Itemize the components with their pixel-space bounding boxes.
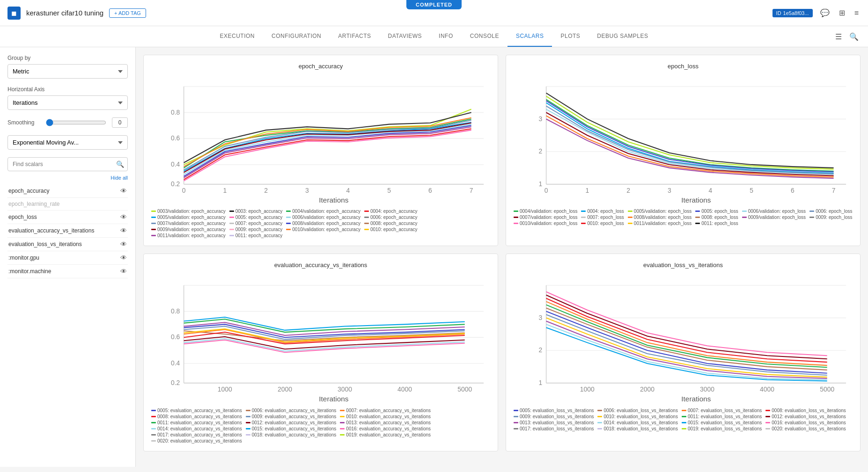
svg-text:0.6: 0.6 [171, 134, 180, 142]
eye-icon[interactable]: 👁 [120, 254, 127, 261]
tab-info[interactable]: INFO [430, 26, 462, 47]
group-by-label: Group by [7, 55, 128, 61]
tab-debug-samples[interactable]: DEBUG SAMPLES [588, 26, 656, 47]
top-bar-left: ◼ kerastuner cifar10 tuning + ADD TAG [7, 7, 146, 20]
tab-configuration[interactable]: CONFIGURATION [263, 26, 330, 47]
scalar-name: evaluation_loss_vs_iterations [8, 241, 82, 247]
chart-legend-eval-loss: 0005: evaluation_loss_vs_iterations 0006… [514, 408, 853, 431]
scalar-item-epoch-loss: epoch_loss 👁 [7, 211, 128, 224]
svg-text:3: 3 [539, 314, 543, 321]
svg-text:0.8: 0.8 [171, 109, 180, 116]
svg-text:Iterations: Iterations [681, 395, 711, 403]
tab-artifacts[interactable]: ARTIFACTS [330, 26, 379, 47]
smoothing-value: 0 [112, 117, 128, 128]
scalar-name: :monitor.gpu [8, 254, 39, 261]
sidebar: Group by Metric None Horizontal Axis Ite… [0, 47, 136, 467]
smoothing-method-field: Exponential Moving Av... Running Average [7, 135, 128, 150]
scalar-item-epoch-accuracy: epoch_accuracy 👁 [7, 184, 128, 198]
chart-svg-epoch-accuracy: 0.2 0.4 0.6 0.8 0 1 2 3 4 5 6 7 [151, 73, 490, 203]
scalar-name: epoch_learning_rate [8, 201, 59, 207]
eye-icon[interactable]: 👁 [120, 187, 127, 195]
search-icon: 🔍 [116, 160, 124, 168]
eye-icon[interactable]: 👁 [120, 213, 127, 221]
svg-text:2: 2 [539, 147, 543, 155]
svg-text:Iterations: Iterations [319, 395, 348, 403]
comment-button[interactable]: 💬 [818, 7, 831, 19]
add-tag-button[interactable]: + ADD TAG [109, 8, 146, 18]
chart-legend-eval-accuracy: 0005: evaluation_accuracy_vs_iterations … [151, 408, 490, 443]
svg-text:1000: 1000 [580, 385, 595, 393]
smoothing-row: Smoothing 0 [7, 117, 128, 128]
id-badge: ID 1e5a8f03... [772, 9, 813, 17]
hide-all-link[interactable]: Hide all [7, 175, 128, 181]
chart-eval-loss: evaluation_loss_vs_iterations 1 2 3 1000… [506, 254, 861, 451]
scalar-name: :monitor.machine [8, 268, 51, 275]
app-title: kerastuner cifar10 tuning [26, 9, 103, 17]
tab-console[interactable]: CONSOLE [462, 26, 508, 47]
svg-text:3: 3 [668, 187, 671, 194]
svg-text:2: 2 [626, 187, 630, 194]
svg-text:1: 1 [223, 187, 227, 194]
svg-text:3000: 3000 [338, 385, 352, 393]
svg-text:1: 1 [539, 379, 543, 386]
menu-button[interactable]: ≡ [853, 7, 861, 19]
svg-text:4000: 4000 [760, 385, 774, 393]
horizontal-axis-field: Horizontal Axis Iterations Time Epochs [7, 86, 128, 110]
chart-title-eval-accuracy: evaluation_accuracy_vs_iterations [151, 261, 490, 269]
svg-text:5: 5 [750, 187, 753, 194]
search-input[interactable] [7, 157, 128, 171]
group-by-field: Group by Metric None [7, 55, 128, 79]
svg-text:5000: 5000 [820, 385, 834, 393]
svg-text:0.8: 0.8 [171, 307, 180, 315]
svg-text:2: 2 [539, 347, 543, 354]
tab-execution[interactable]: EXECUTION [211, 26, 263, 47]
chart-svg-eval-loss: 1 2 3 1000 2000 3000 4000 5000 [514, 272, 853, 402]
chart-svg-epoch-loss: 1 2 3 0 1 2 3 4 5 6 7 [514, 73, 853, 203]
svg-text:0.2: 0.2 [171, 379, 180, 386]
svg-text:5000: 5000 [457, 385, 472, 393]
scalar-name: epoch_loss [8, 214, 37, 220]
search-nav-button[interactable]: 🔍 [847, 30, 861, 43]
chart-title-epoch-accuracy: epoch_accuracy [151, 63, 490, 70]
top-bar-right: ID 1e5a8f03... 💬 ⊞ ≡ [772, 7, 861, 19]
chart-title-eval-loss: evaluation_loss_vs_iterations [514, 261, 853, 269]
chart-legend-epoch-loss: 0004/validation: epoch_loss 0004: epoch_… [514, 209, 853, 226]
tab-plots[interactable]: PLOTS [552, 26, 588, 47]
scalar-name: epoch_accuracy [8, 188, 49, 194]
list-view-button[interactable]: ☰ [833, 30, 844, 43]
tab-scalars[interactable]: SCALARS [508, 26, 552, 47]
svg-text:7: 7 [832, 187, 836, 194]
completed-banner: COMPLETED [406, 0, 462, 9]
main-layout: Group by Metric None Horizontal Axis Ite… [0, 47, 868, 467]
scalar-item-monitor-machine: :monitor.machine 👁 [7, 265, 128, 278]
tab-dataviews[interactable]: DATAVIEWS [380, 26, 431, 47]
eye-icon[interactable]: 👁 [120, 268, 127, 275]
scalar-list: epoch_accuracy 👁 epoch_learning_rate epo… [7, 184, 128, 278]
group-by-select[interactable]: Metric None [7, 64, 128, 79]
svg-text:6: 6 [428, 187, 432, 194]
eye-icon[interactable]: 👁 [120, 227, 127, 234]
svg-text:5: 5 [387, 187, 391, 194]
eye-icon[interactable]: 👁 [120, 240, 127, 248]
scalar-item-monitor-gpu: :monitor.gpu 👁 [7, 251, 128, 265]
chart-eval-accuracy: evaluation_accuracy_vs_iterations 0.2 0.… [143, 254, 498, 451]
scalar-item-eval-loss: evaluation_loss_vs_iterations 👁 [7, 238, 128, 251]
layout-button[interactable]: ⊞ [837, 7, 847, 19]
scalar-item-epoch-learning-rate: epoch_learning_rate [7, 198, 128, 211]
search-box: 🔍 [7, 157, 128, 171]
smoothing-method-select[interactable]: Exponential Moving Av... Running Average [7, 135, 128, 150]
svg-text:4: 4 [709, 187, 713, 194]
svg-text:4000: 4000 [397, 385, 412, 393]
id-label: ID [776, 10, 781, 16]
svg-text:0.4: 0.4 [171, 160, 180, 168]
horizontal-axis-select[interactable]: Iterations Time Epochs [7, 95, 128, 110]
svg-text:6: 6 [791, 187, 794, 194]
smoothing-slider[interactable] [46, 119, 106, 126]
scalar-name: evaluation_accuracy_vs_iterations [8, 227, 94, 234]
id-value: 1e5a8f03... [783, 10, 809, 16]
svg-text:3: 3 [539, 115, 543, 123]
svg-text:Iterations: Iterations [319, 196, 348, 204]
chart-legend-epoch-accuracy: 0003/validation: epoch_accuracy 0003: ep… [151, 209, 490, 238]
horizontal-axis-label: Horizontal Axis [7, 86, 128, 93]
svg-text:0.2: 0.2 [171, 180, 180, 188]
